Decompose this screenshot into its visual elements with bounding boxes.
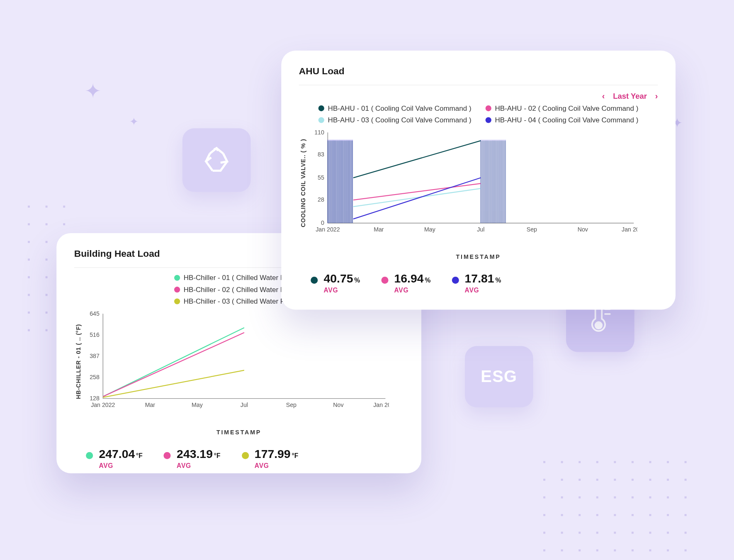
y-axis-label: COOLING COIL VALVE.. ( % ): [299, 129, 308, 237]
svg-text:258: 258: [90, 374, 100, 380]
svg-text:83: 83: [318, 151, 324, 158]
svg-text:Jan 2022: Jan 2022: [91, 402, 115, 408]
svg-text:Jul: Jul: [241, 402, 248, 408]
svg-text:Nov: Nov: [333, 402, 344, 408]
svg-text:Jan 2022: Jan 2022: [316, 226, 340, 233]
recycle-icon: [201, 144, 233, 176]
svg-text:0: 0: [321, 219, 324, 226]
stat-unit: %: [495, 277, 501, 284]
stat-dot-icon: [164, 452, 171, 459]
stat-value: 40.75: [323, 272, 353, 285]
recycle-tile: [182, 128, 251, 192]
legend-dot-icon: [318, 105, 324, 111]
legend-dot-icon: [486, 105, 491, 111]
stat-value: 243.19: [177, 447, 213, 460]
chart-legend: HB-AHU - 01 ( Cooling Coil Valve Command…: [299, 104, 658, 124]
ahu-load-card: AHU Load ‹ Last Year › HB-AHU - 01 ( Coo…: [281, 51, 676, 309]
stat-item: 243.19°FAVG: [164, 447, 221, 469]
stat-value: 177.99: [255, 447, 291, 460]
stat-unit: %: [354, 277, 360, 284]
dot-grid: [535, 453, 688, 559]
esg-label: ESG: [481, 367, 517, 386]
stat-value: 17.81: [465, 272, 494, 285]
svg-text:May: May: [424, 226, 436, 233]
stat-label: AVG: [255, 462, 298, 469]
legend-dot-icon: [486, 117, 491, 123]
legend-item[interactable]: HB-AHU - 03 ( Cooling Coil Valve Command…: [318, 116, 472, 124]
stats-row: 40.75%AVG16.94%AVG17.81%AVG: [299, 272, 658, 294]
svg-text:Sep: Sep: [527, 226, 537, 233]
heat-load-chart: 128258387516645Jan 2022MarMayJulSepNovJa…: [83, 310, 389, 410]
svg-text:Jan 2023: Jan 2023: [373, 402, 389, 408]
legend-item[interactable]: HB-AHU - 01 ( Cooling Coil Valve Command…: [318, 104, 472, 112]
stats-row: 247.04°FAVG243.19°FAVG177.99°FAVG: [74, 447, 404, 469]
y-axis-label: HB-CHILLER - 01 ( .. (°F): [74, 310, 83, 413]
stat-unit: °F: [214, 452, 221, 459]
svg-text:110: 110: [314, 129, 324, 136]
divider: [299, 85, 658, 85]
svg-text:387: 387: [90, 353, 100, 359]
stat-item: 16.94%AVG: [381, 272, 430, 294]
x-axis-label: TIMESTAMP: [299, 254, 658, 261]
svg-point-0: [595, 322, 602, 329]
svg-text:Jul: Jul: [477, 226, 484, 233]
stat-dot-icon: [311, 277, 318, 284]
stat-item: 17.81%AVG: [452, 272, 501, 294]
svg-text:Mar: Mar: [145, 402, 156, 408]
legend-label: HB-AHU - 01 ( Cooling Coil Valve Command…: [328, 104, 472, 112]
stat-label: AVG: [177, 462, 220, 469]
stat-label: AVG: [323, 287, 360, 294]
x-axis-label: TIMESTAMP: [74, 429, 404, 436]
stat-unit: %: [425, 277, 430, 284]
legend-dot-icon: [174, 287, 180, 292]
next-range-button[interactable]: ›: [655, 91, 658, 101]
legend-item[interactable]: HB-AHU - 02 ( Cooling Coil Valve Command…: [486, 104, 639, 112]
stat-unit: °F: [136, 452, 143, 459]
stat-label: AVG: [394, 287, 431, 294]
stat-value: 247.04: [99, 447, 135, 460]
svg-text:May: May: [192, 402, 203, 408]
svg-text:Jan 2023: Jan 2023: [622, 226, 637, 233]
svg-text:645: 645: [90, 310, 100, 317]
svg-text:55: 55: [318, 174, 324, 181]
range-label[interactable]: Last Year: [613, 92, 647, 100]
stat-item: 247.04°FAVG: [86, 447, 143, 469]
stat-dot-icon: [86, 452, 93, 459]
svg-text:Mar: Mar: [374, 226, 384, 233]
legend-dot-icon: [174, 298, 180, 304]
ahu-load-chart: 0285583110Jan 2022MarMayJulSepNovJan 202…: [308, 129, 637, 235]
stat-dot-icon: [381, 277, 388, 284]
legend-label: HB-AHU - 04 ( Cooling Coil Valve Command…: [495, 116, 638, 124]
svg-text:128: 128: [90, 395, 100, 402]
legend-item[interactable]: HB-AHU - 04 ( Cooling Coil Valve Command…: [486, 116, 639, 124]
svg-text:Sep: Sep: [286, 402, 297, 408]
stat-value: 16.94: [394, 272, 424, 285]
legend-label: HB-AHU - 03 ( Cooling Coil Valve Command…: [328, 116, 472, 124]
stat-dot-icon: [242, 452, 249, 459]
legend-dot-icon: [174, 275, 180, 281]
prev-range-button[interactable]: ‹: [602, 91, 605, 101]
svg-text:Nov: Nov: [578, 226, 588, 233]
svg-text:516: 516: [90, 331, 100, 338]
stat-label: AVG: [465, 287, 501, 294]
sparkle-icon: ✦: [85, 79, 101, 102]
stat-item: 177.99°FAVG: [242, 447, 299, 469]
stat-label: AVG: [99, 462, 142, 469]
card-title: AHU Load: [299, 66, 658, 77]
esg-tile: ESG: [465, 346, 533, 407]
legend-label: HB-AHU - 02 ( Cooling Coil Valve Command…: [495, 104, 638, 112]
stat-item: 40.75%AVG: [311, 272, 360, 294]
stat-dot-icon: [452, 277, 459, 284]
stat-unit: °F: [292, 452, 298, 459]
svg-text:28: 28: [318, 196, 324, 203]
sparkle-icon: ✦: [129, 115, 138, 128]
legend-dot-icon: [318, 117, 324, 123]
